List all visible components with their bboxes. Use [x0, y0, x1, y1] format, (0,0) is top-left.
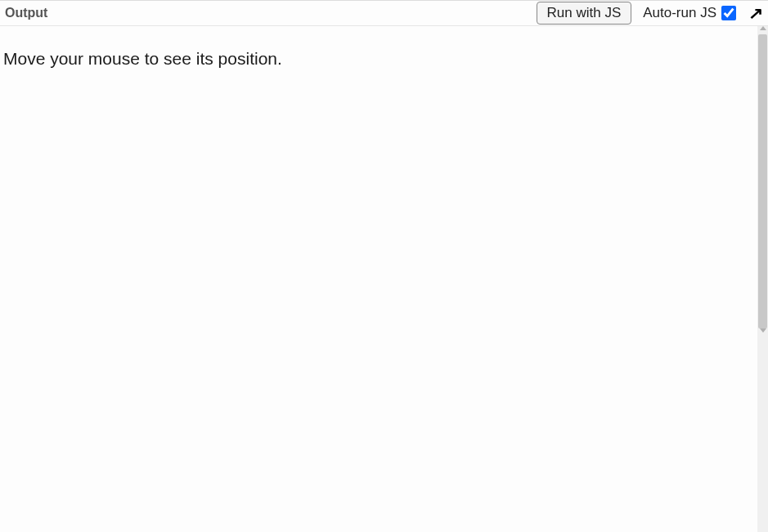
scrollbar-up-arrow-icon[interactable]: [760, 26, 766, 30]
scrollbar-down-arrow-icon[interactable]: [760, 329, 766, 333]
output-panel-header: Output Run with JS Auto-run JS ↗: [0, 0, 768, 26]
header-left-group: Output: [5, 6, 47, 20]
panel-title: Output: [5, 6, 47, 20]
autorun-toggle-group: Auto-run JS: [643, 5, 736, 21]
output-text: Move your mouse to see its position.: [3, 49, 765, 69]
output-content-area[interactable]: Move your mouse to see its position.: [0, 26, 768, 532]
autorun-label: Auto-run JS: [643, 5, 716, 21]
run-with-js-button[interactable]: Run with JS: [537, 2, 632, 25]
expand-arrow-icon[interactable]: ↗: [747, 5, 766, 21]
vertical-scrollbar-thumb[interactable]: [758, 34, 767, 329]
header-right-group: Run with JS Auto-run JS ↗: [537, 2, 765, 25]
vertical-scrollbar-track[interactable]: [757, 26, 768, 532]
autorun-checkbox[interactable]: [721, 6, 736, 20]
